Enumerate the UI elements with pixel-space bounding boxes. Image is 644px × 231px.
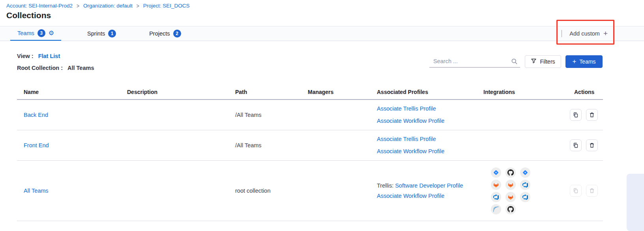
root-collection-label: Root Collection : [17,65,63,71]
azure-devops-icon [520,192,530,202]
column-header-associated-profiles: Associated Profiles [370,89,477,95]
plus-icon: + [572,58,576,66]
tab-bar: Teams 3 ⚙ Sprints 1 Projects 2 [0,26,644,41]
azure-devops-icon [520,180,530,190]
breadcrumb-separator-icon: > [137,2,139,9]
breadcrumb-organization-link[interactable]: Organization: default [83,3,133,9]
sonarqube-icon [491,204,501,214]
column-header-integrations: Integrations [477,89,567,95]
table-row: All Teams root collection Trellis: Softw… [17,161,603,221]
gitlab-icon [491,180,501,190]
table-row: Front End /All Teams Associate Trellis P… [17,130,603,161]
tab-projects-label: Projects [149,30,170,37]
view-selector: View : Flat List [17,53,60,59]
search-input[interactable] [429,56,507,67]
add-custom-button[interactable]: Add custom + [562,26,608,41]
column-header-actions: Actions [567,89,603,95]
column-header-description: Description [120,89,228,95]
search-box [429,56,520,68]
plus-icon: + [603,29,608,38]
path-cell: root collection [228,188,301,194]
associated-profiles-cell: Trellis: Software Developer Profile Asso… [370,180,477,201]
root-collection: Root Collection : All Teams [17,65,94,71]
gear-icon[interactable]: ⚙ [49,30,54,36]
clone-button[interactable] [570,109,582,121]
integrations-cell [491,167,567,214]
collections-table: Name Description Path Managers Associate… [17,85,603,221]
teams-button-label: Teams [579,58,595,65]
page-title: Collections [6,11,51,20]
github-icon [505,167,516,178]
jira-icon [520,167,530,178]
gitlab-icon [505,180,516,190]
associate-trellis-profile-link[interactable]: Associate Trellis Profile [377,136,436,142]
actions-cell [567,185,603,197]
table-row: Back End /All Teams Associate Trellis Pr… [17,100,603,130]
github-icon [505,204,516,214]
breadcrumb: Account: SEI-Internal-Prod2 > Organizati… [6,3,190,9]
trellis-profile-link[interactable]: Software Developer Profile [395,182,463,189]
breadcrumb-separator-icon: > [77,2,79,9]
actions-cell [567,109,603,121]
breadcrumb-account-link[interactable]: Account: SEI-Internal-Prod2 [6,3,73,9]
tab-teams-count-badge: 3 [37,29,45,37]
collection-name-link[interactable]: All Teams [24,188,49,194]
delete-button[interactable] [586,139,598,151]
associated-profiles-cell: Associate Trellis Profile Associate Work… [370,133,477,158]
delete-button[interactable] [586,109,598,121]
associate-trellis-profile-link[interactable]: Associate Trellis Profile [377,105,436,112]
filters-label: Filters [540,58,555,65]
azure-devops-icon [491,192,501,202]
delete-button-disabled [586,185,598,197]
collection-name-link[interactable]: Front End [24,142,49,148]
filters-button[interactable]: Filters [525,55,561,68]
tab-projects[interactable]: Projects 2 [142,26,188,41]
add-teams-button[interactable]: + Teams [565,55,603,68]
tab-sprints-count-badge: 1 [108,30,116,38]
tab-projects-count-badge: 2 [173,30,181,38]
breadcrumb-project-link[interactable]: Project: SEI_DOCS [143,3,190,9]
associate-workflow-profile-link[interactable]: Associate Workflow Profile [377,148,444,154]
root-collection-value: All Teams [67,65,94,71]
clone-button-disabled [570,185,582,197]
divider [562,30,562,37]
table-header-row: Name Description Path Managers Associate… [17,85,603,100]
filter-funnel-icon [531,58,537,65]
trellis-prefix: Trellis: [377,182,393,189]
clone-button[interactable] [570,139,582,151]
tab-sprints[interactable]: Sprints 1 [80,26,123,41]
column-header-name: Name [17,89,120,95]
associated-profiles-cell: Associate Trellis Profile Associate Work… [370,103,477,127]
tab-teams[interactable]: Teams 3 ⚙ [10,26,61,41]
associate-workflow-profile-link[interactable]: Associate Workflow Profile [377,118,444,124]
actions-cell [567,139,603,151]
add-custom-label: Add custom [569,30,600,37]
view-label: View : [17,53,34,59]
column-header-managers: Managers [301,89,370,95]
view-value-link[interactable]: Flat List [38,53,60,59]
path-cell: /All Teams [228,142,301,148]
tab-teams-label: Teams [17,30,34,36]
associate-workflow-profile-link[interactable]: Associate Workflow Profile [377,193,444,199]
collection-name-link[interactable]: Back End [24,112,48,118]
side-panel-edge [627,174,644,231]
gitlab-icon [505,192,516,202]
column-header-path: Path [228,89,301,95]
search-icon [511,58,518,66]
tab-sprints-label: Sprints [87,30,105,37]
jira-icon [491,167,501,178]
path-cell: /All Teams [228,112,301,118]
